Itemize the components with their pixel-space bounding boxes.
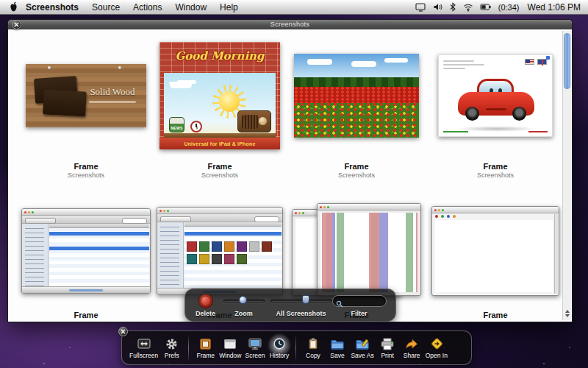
scrollbar-thumb[interactable] bbox=[564, 33, 570, 89]
flag-icon bbox=[537, 59, 547, 65]
car-wheel bbox=[512, 107, 526, 121]
menu-actions[interactable]: Actions bbox=[126, 0, 168, 15]
menu-bar-clock[interactable]: Wed 1:06 PM bbox=[528, 2, 581, 13]
pin-icon bbox=[118, 66, 121, 69]
album-art bbox=[262, 241, 272, 252]
frame-icon bbox=[198, 336, 212, 351]
battery-status-icon[interactable] bbox=[480, 2, 492, 13]
apple-menu-icon[interactable] bbox=[9, 1, 19, 13]
desktop: Screenshots Source Actions Window Help (… bbox=[0, 0, 588, 368]
menu-window[interactable]: Window bbox=[168, 0, 213, 15]
toolbar-label: History bbox=[270, 352, 289, 359]
all-screenshots-slider[interactable] bbox=[270, 294, 332, 307]
item-title: Frame bbox=[426, 311, 565, 319]
window-close-button[interactable] bbox=[12, 20, 21, 29]
mini-titlebar bbox=[318, 204, 420, 210]
item-title: Frame bbox=[154, 162, 286, 171]
selected-row bbox=[49, 247, 149, 250]
item-subtitle: Screenshots bbox=[287, 171, 426, 179]
zoom-dot-icon bbox=[32, 211, 34, 213]
gallery-item[interactable]: Frame Screenshots bbox=[287, 34, 426, 179]
toolbar-divider bbox=[295, 336, 296, 361]
menu-bar: Screenshots Source Actions Window Help (… bbox=[0, 0, 588, 15]
toolbar-button-save-as[interactable]: Save As bbox=[349, 336, 375, 359]
toolbar-label: Window bbox=[219, 352, 241, 359]
toolbar-button-window[interactable]: Window bbox=[218, 336, 243, 359]
toolbar-button-save[interactable]: Save bbox=[325, 336, 349, 359]
volume-status-icon[interactable] bbox=[433, 2, 442, 13]
gallery-item[interactable]: Solid Wood Frame Screenshots bbox=[18, 34, 154, 179]
text-line bbox=[443, 68, 465, 69]
all-screenshots-label: All Screenshots bbox=[262, 310, 341, 317]
display-status-icon[interactable] bbox=[415, 2, 426, 13]
menu-help[interactable]: Help bbox=[213, 0, 245, 15]
toolbar-label: Frame bbox=[196, 352, 215, 359]
gallery-item[interactable]: Frame bbox=[18, 196, 154, 319]
editor-windows-thumbnail[interactable] bbox=[292, 203, 421, 299]
wifi-status-icon[interactable] bbox=[463, 2, 473, 13]
wood-thumbnail[interactable]: Solid Wood bbox=[26, 64, 146, 127]
zoom-dot-icon bbox=[302, 212, 304, 214]
zoom-slider[interactable] bbox=[223, 294, 265, 307]
red-car-thumbnail[interactable] bbox=[438, 54, 553, 137]
thumbnail-area bbox=[426, 34, 565, 158]
zoom-dot-icon bbox=[167, 210, 169, 212]
list-window-thumbnail[interactable] bbox=[21, 208, 151, 294]
mini-titlebar bbox=[157, 208, 282, 214]
car-wheel bbox=[465, 107, 479, 121]
filter-input[interactable] bbox=[332, 295, 387, 307]
text-line bbox=[528, 131, 548, 132]
toolbar-button-copy[interactable]: Copy bbox=[301, 336, 325, 359]
toolbar-button-fullscreen[interactable]: Fullscreen bbox=[128, 336, 159, 359]
toolbar-button-prefs[interactable]: Prefs bbox=[159, 336, 184, 359]
gear-icon bbox=[165, 336, 178, 351]
item-subtitle: Screenshots bbox=[154, 171, 286, 179]
window-icon bbox=[223, 336, 237, 351]
toolbar-button-screen[interactable]: Screen bbox=[243, 336, 267, 359]
open-in-icon bbox=[429, 336, 444, 351]
gallery-item[interactable]: Good Morning NEWS Universal for iPad & i… bbox=[154, 34, 286, 179]
car-shadow bbox=[456, 126, 537, 132]
selected-row bbox=[184, 232, 282, 236]
delete-dial-icon[interactable] bbox=[198, 294, 213, 308]
tulip-field-thumbnail[interactable] bbox=[294, 54, 419, 138]
car-mouth bbox=[486, 108, 506, 110]
wood-title-text: Solid Wood bbox=[83, 86, 142, 98]
toolbar-button-history[interactable]: History bbox=[267, 336, 291, 359]
good-morning-thumbnail[interactable]: Good Morning NEWS Universal for iPad & i… bbox=[159, 42, 280, 149]
mini-list-header bbox=[184, 222, 282, 227]
bottom-toolbar: Fullscreen Prefs Frame Window Scre bbox=[121, 330, 472, 365]
scrollbar-arrows[interactable] bbox=[563, 309, 572, 319]
toolbar-button-frame[interactable]: Frame bbox=[193, 336, 218, 359]
window-titlebar[interactable]: Screenshots bbox=[8, 20, 572, 29]
menu-source[interactable]: Source bbox=[85, 0, 126, 15]
clipboard-icon bbox=[306, 336, 320, 351]
gallery-item[interactable]: Frame Screenshots bbox=[426, 34, 565, 179]
toolbar-button-share[interactable]: Share bbox=[400, 336, 424, 359]
document-text-area bbox=[435, 220, 553, 292]
slider-knob[interactable] bbox=[239, 296, 247, 304]
toolbar-button-print[interactable]: Print bbox=[376, 336, 400, 359]
mini-list-header bbox=[49, 224, 149, 228]
scrollbar[interactable] bbox=[562, 31, 571, 320]
fullscreen-icon bbox=[137, 336, 151, 351]
thumbnail-area: Good Morning NEWS Universal for iPad & i… bbox=[154, 34, 286, 158]
bluetooth-status-icon[interactable] bbox=[449, 2, 456, 13]
toolbar-close-button[interactable] bbox=[118, 327, 128, 336]
album-art bbox=[212, 241, 222, 252]
screen-icon bbox=[248, 336, 262, 351]
toolbar-button-open-in[interactable]: Open In bbox=[424, 336, 449, 359]
share-arrow-icon bbox=[404, 336, 419, 351]
grid-window-thumbnail[interactable] bbox=[157, 207, 283, 295]
mini-toolbar bbox=[22, 216, 150, 224]
mini-toolbar bbox=[157, 214, 282, 222]
gallery-item[interactable]: Frame bbox=[426, 196, 565, 319]
album-art bbox=[187, 254, 197, 264]
thumbnail-area: Solid Wood bbox=[18, 34, 154, 158]
shield-knob-icon[interactable] bbox=[302, 295, 309, 304]
history-clock-icon bbox=[273, 336, 286, 351]
text-document-thumbnail[interactable] bbox=[431, 206, 559, 296]
app-menu[interactable]: Screenshots bbox=[24, 0, 85, 15]
toolbar-label: Fullscreen bbox=[129, 352, 158, 359]
album-art bbox=[212, 254, 222, 264]
